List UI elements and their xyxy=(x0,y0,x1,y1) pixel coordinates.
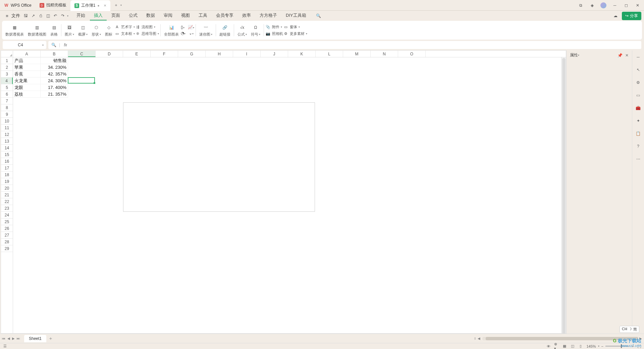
more-rail-icon[interactable]: ⋯ xyxy=(635,156,642,162)
allcharts-button[interactable]: 📊全部图表 xyxy=(162,24,181,37)
column-header[interactable]: E xyxy=(123,51,151,57)
add-sheet-icon[interactable]: ＋ xyxy=(48,336,53,342)
cell-A1[interactable]: 产品 xyxy=(13,57,41,64)
cell-B3[interactable]: 42. 357% xyxy=(41,71,68,78)
row-header[interactable]: 20 xyxy=(1,185,13,192)
row-header[interactable]: 9 xyxy=(1,111,13,118)
formula-bar[interactable]: 🔍 | fx xyxy=(48,41,641,49)
menu-视图[interactable]: 视图 xyxy=(177,11,194,20)
zoom-out-icon[interactable]: − xyxy=(601,344,603,348)
row-header[interactable]: 13 xyxy=(1,138,13,145)
chart-object[interactable] xyxy=(123,102,315,212)
name-box[interactable]: ▾ xyxy=(3,41,46,49)
column-headers[interactable]: ABCDEFGHIJKLMNO xyxy=(1,51,566,57)
tab-wps-office[interactable]: W WPS Office xyxy=(0,0,36,11)
cloud-icon[interactable]: ☁ xyxy=(612,13,619,19)
row-header[interactable]: 26 xyxy=(1,225,13,232)
cell-B2[interactable]: 34. 230% xyxy=(41,64,68,71)
column-header[interactable]: M xyxy=(343,51,371,57)
export-icon[interactable]: ↗ xyxy=(30,13,36,19)
save-icon[interactable]: 🖫 xyxy=(23,13,29,19)
new-tab-dropdown-icon[interactable]: ▾ xyxy=(120,4,122,7)
column-header[interactable]: D xyxy=(96,51,123,57)
column-header[interactable]: H xyxy=(206,51,233,57)
cell-A6[interactable]: 荔枝 xyxy=(13,91,41,98)
menu-方方格子[interactable]: 方方格子 xyxy=(256,11,281,20)
row-header[interactable]: 12 xyxy=(1,131,13,138)
tab-document[interactable]: S 工作簿1 ● ✕ xyxy=(70,0,110,11)
pivot-chart-button[interactable]: ▥数据透视图 xyxy=(26,24,48,37)
row-header[interactable]: 1 xyxy=(1,57,13,64)
select-tool-icon[interactable]: ↖ xyxy=(635,66,642,73)
menu-效率[interactable]: 效率 xyxy=(238,11,255,20)
row-header[interactable]: 22 xyxy=(1,198,13,205)
row-header[interactable]: 24 xyxy=(1,212,13,218)
sheet-next-icon[interactable]: ▶ xyxy=(12,337,15,340)
fx-icon[interactable]: fx xyxy=(63,42,68,48)
menu-工具[interactable]: 工具 xyxy=(195,11,211,20)
view-normal-icon[interactable]: ▦ xyxy=(562,344,567,349)
undo-icon[interactable]: ↶ xyxy=(52,13,58,19)
select-all-corner[interactable] xyxy=(1,51,13,57)
search-icon[interactable]: 🔍 xyxy=(316,13,322,19)
row-header[interactable]: 29 xyxy=(1,245,13,252)
clipboard-rail-icon[interactable]: 📋 xyxy=(635,130,642,137)
cell-B6[interactable]: 21. 357% xyxy=(41,91,68,98)
props-dropdown-icon[interactable]: ▾ xyxy=(578,54,579,57)
qat-dropdown-icon[interactable]: ▾ xyxy=(67,14,68,17)
camera-button[interactable]: 📷照相机 xyxy=(265,31,283,36)
tab-templates[interactable]: D 找稻壳模板 xyxy=(36,0,70,11)
redo-icon[interactable]: ↷ xyxy=(60,13,66,19)
row-header[interactable]: 14 xyxy=(1,145,13,151)
column-header[interactable]: K xyxy=(288,51,316,57)
settings-rail-icon[interactable]: ⚙ xyxy=(635,79,642,86)
row-header[interactable]: 7 xyxy=(1,98,13,104)
collapse-icon[interactable]: ─ xyxy=(635,54,642,60)
row-header[interactable]: 21 xyxy=(1,192,13,198)
sheet-tab[interactable]: Sheet1 xyxy=(24,335,46,342)
pivot-table-button[interactable]: ▦数据透视表 xyxy=(3,24,26,37)
cell-A4[interactable]: 火龙果 xyxy=(13,78,41,84)
row-header[interactable]: 23 xyxy=(1,205,13,212)
column-header[interactable]: J xyxy=(261,51,288,57)
column-header[interactable]: I xyxy=(233,51,261,57)
column-header[interactable]: F xyxy=(151,51,178,57)
status-menu-icon[interactable]: ☰ xyxy=(3,344,7,349)
line-icon[interactable]: 📈▾ xyxy=(188,25,194,30)
row-header[interactable]: 4 xyxy=(1,78,13,84)
sheet-last-icon[interactable]: ⏭ xyxy=(17,337,20,340)
scroll-left-icon[interactable]: ◀ xyxy=(478,337,480,340)
flowchart-button[interactable]: ⇶流程图▾ xyxy=(135,24,159,30)
cell-B4[interactable]: 24. 300% xyxy=(41,78,68,84)
symbol-button[interactable]: Ω符号▾ xyxy=(249,24,262,37)
row-header[interactable]: 18 xyxy=(1,171,13,178)
minimize-icon[interactable]: ─ xyxy=(612,2,618,8)
sheet-prev-icon[interactable]: ◀ xyxy=(7,337,10,340)
magnify-icon[interactable]: 🔍 xyxy=(51,42,56,48)
row-header[interactable]: 10 xyxy=(1,118,13,124)
new-tab-icon[interactable]: ＋ xyxy=(113,2,119,8)
iconlib-button[interactable]: ◇图标 xyxy=(103,24,114,37)
screenshot-button[interactable]: ◫截屏▾ xyxy=(76,24,90,37)
eye-icon[interactable]: 👁 xyxy=(546,344,551,349)
row-headers[interactable]: 1234567891011121314151617181920212223242… xyxy=(1,57,13,333)
row-header[interactable]: 15 xyxy=(1,151,13,158)
pie-icon[interactable]: ◔▾ xyxy=(181,31,185,36)
row-header[interactable]: 19 xyxy=(1,178,13,185)
row-header[interactable]: 6 xyxy=(1,91,13,98)
print-icon[interactable]: ⎙ xyxy=(38,13,44,19)
row-header[interactable]: 5 xyxy=(1,84,13,91)
sheet-first-icon[interactable]: ⏮ xyxy=(2,337,5,340)
cell-A2[interactable]: 苹果 xyxy=(13,64,41,71)
menu-会员专享[interactable]: 会员专享 xyxy=(212,11,237,20)
column-header[interactable]: N xyxy=(371,51,398,57)
row-header[interactable]: 28 xyxy=(1,239,13,245)
column-header[interactable]: G xyxy=(178,51,206,57)
panel-close-icon[interactable]: ✕ xyxy=(625,53,629,58)
window-layout-icon[interactable]: ⧉ xyxy=(578,2,584,8)
row-header[interactable]: 8 xyxy=(1,104,13,111)
row-header[interactable]: 17 xyxy=(1,165,13,171)
form-button[interactable]: ▭窗体▾ xyxy=(283,24,307,30)
more-assets-button[interactable]: ⚙更多素材▾ xyxy=(283,31,307,36)
view-page-icon[interactable]: ◫ xyxy=(570,344,575,349)
